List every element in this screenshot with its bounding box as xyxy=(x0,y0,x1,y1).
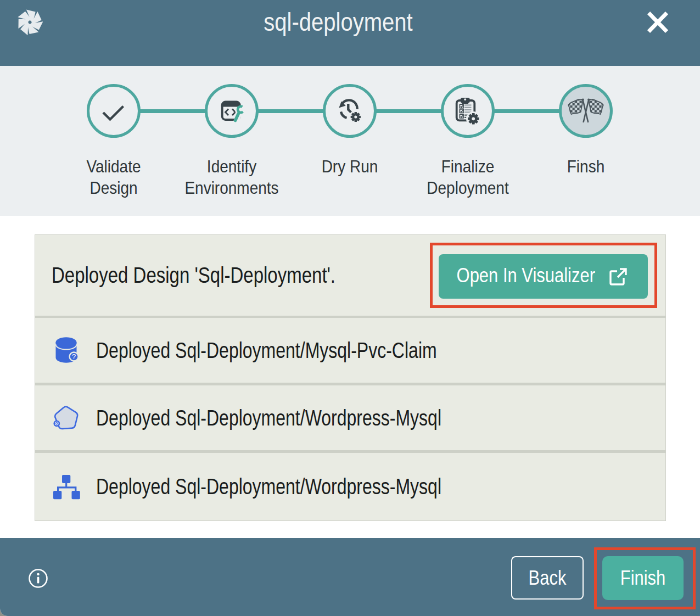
svg-text:?: ? xyxy=(72,352,76,361)
